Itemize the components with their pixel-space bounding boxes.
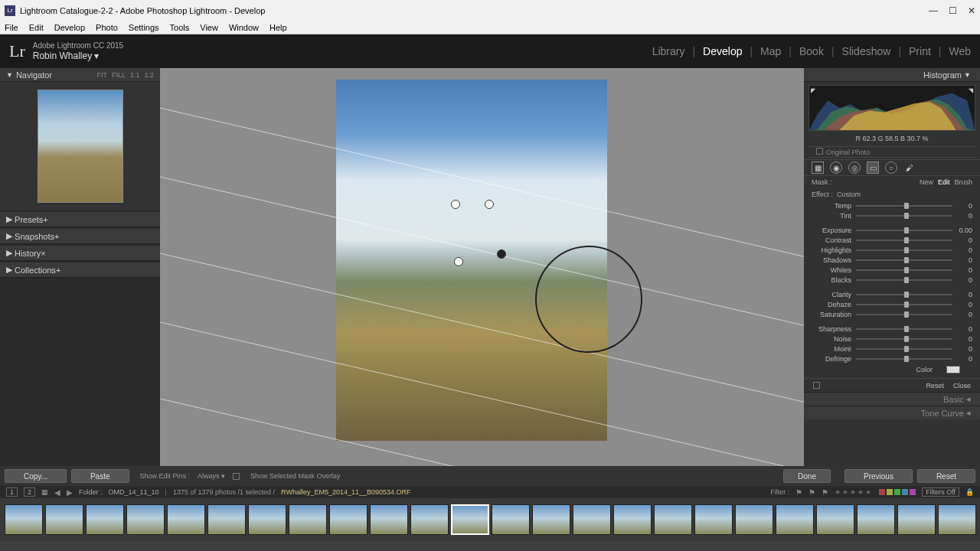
filmstrip-thumb[interactable] bbox=[694, 504, 733, 535]
menu-help[interactable]: Help bbox=[270, 23, 287, 32]
filmstrip-thumb[interactable] bbox=[289, 504, 327, 535]
slider-handle[interactable] bbox=[904, 292, 909, 298]
done-button[interactable]: Done bbox=[783, 469, 831, 483]
panel-presets[interactable]: ▶ Presets+ bbox=[0, 212, 160, 227]
folder-name[interactable]: OMD_14_11_10 bbox=[109, 488, 159, 496]
loupe-circle[interactable] bbox=[535, 246, 642, 353]
slider-track[interactable] bbox=[856, 230, 952, 231]
slider-handle[interactable] bbox=[904, 346, 909, 352]
filmstrip-thumb[interactable] bbox=[248, 504, 286, 535]
previous-button[interactable]: Previous bbox=[844, 469, 913, 483]
menu-tools[interactable]: Tools bbox=[170, 23, 190, 32]
slider-track[interactable] bbox=[856, 304, 952, 305]
menu-window[interactable]: Window bbox=[229, 23, 259, 32]
slider-track[interactable] bbox=[856, 328, 952, 330]
slider-track[interactable] bbox=[856, 249, 952, 251]
flag-filter-icon[interactable]: ⚑ bbox=[795, 488, 802, 497]
slider-contrast[interactable]: Contrast0 bbox=[804, 235, 980, 245]
slider-blacks[interactable]: Blacks0 bbox=[804, 275, 980, 285]
effect-preset-select[interactable]: Custom bbox=[837, 191, 861, 198]
slider-temp[interactable]: Temp0 bbox=[804, 201, 980, 210]
reset-button[interactable]: Reset bbox=[917, 469, 975, 483]
filmstrip-thumb[interactable] bbox=[816, 504, 854, 535]
rating-filter[interactable]: ★★★★★ bbox=[835, 488, 873, 496]
radial-tool-icon[interactable]: ○ bbox=[885, 161, 897, 174]
mask-close-button[interactable]: Close bbox=[953, 382, 971, 390]
slider-noise[interactable]: Noise0 bbox=[804, 334, 980, 344]
slider-value[interactable]: 0 bbox=[952, 246, 972, 254]
crop-tool-icon[interactable]: ▦ bbox=[812, 161, 824, 174]
gradient-handle[interactable] bbox=[454, 257, 463, 266]
slider-track[interactable] bbox=[856, 240, 952, 241]
slider-value[interactable]: 0 bbox=[952, 212, 972, 220]
slider-value[interactable]: 0 bbox=[952, 335, 972, 343]
slider-handle[interactable] bbox=[904, 356, 909, 362]
slider-value[interactable]: 0 bbox=[952, 355, 972, 363]
slider-handle[interactable] bbox=[904, 267, 909, 273]
slider-handle[interactable] bbox=[904, 336, 909, 342]
slider-handle[interactable] bbox=[904, 237, 909, 243]
main-window-icon[interactable]: 1 bbox=[6, 487, 18, 497]
filmstrip-thumb[interactable] bbox=[167, 504, 205, 535]
slider-track[interactable] bbox=[856, 279, 952, 281]
maximize-icon[interactable]: ☐ bbox=[949, 5, 957, 16]
mask-toggle-icon[interactable] bbox=[813, 382, 820, 389]
filmstrip[interactable] bbox=[0, 498, 980, 541]
module-develop[interactable]: Develop bbox=[703, 45, 742, 57]
flag-filter-icon[interactable]: ⚑ bbox=[822, 488, 828, 497]
slider-value[interactable]: 0 bbox=[952, 291, 972, 298]
slider-handle[interactable] bbox=[904, 203, 909, 209]
slider-track[interactable] bbox=[856, 348, 952, 350]
menu-view[interactable]: View bbox=[200, 23, 218, 32]
slider-value[interactable]: 0 bbox=[952, 311, 972, 318]
spot-tool-icon[interactable]: ◉ bbox=[830, 161, 842, 174]
center-canvas[interactable] bbox=[160, 68, 804, 466]
module-library[interactable]: Library bbox=[652, 45, 685, 57]
gradient-tool-icon[interactable]: ▭ bbox=[867, 161, 879, 174]
slider-handle[interactable] bbox=[904, 326, 909, 332]
slider-value[interactable]: 0 bbox=[952, 325, 972, 333]
menu-edit[interactable]: Edit bbox=[29, 23, 44, 32]
flag-filter-icon[interactable]: ⚑ bbox=[808, 488, 815, 497]
slider-value[interactable]: 0 bbox=[952, 236, 972, 244]
zoom-1to1[interactable]: 1:1 bbox=[130, 71, 140, 79]
copy-button[interactable]: Copy... bbox=[5, 469, 67, 483]
filmstrip-thumb[interactable] bbox=[573, 504, 611, 535]
gradient-handle[interactable] bbox=[451, 200, 460, 209]
slider-saturation[interactable]: Saturation0 bbox=[804, 309, 980, 319]
slider-value[interactable]: 0 bbox=[952, 345, 972, 353]
histogram-header[interactable]: Histogram ▼ bbox=[804, 68, 980, 82]
slider-clarity[interactable]: Clarity0 bbox=[804, 289, 980, 299]
slider-value[interactable]: 0.00 bbox=[952, 227, 972, 234]
slider-track[interactable] bbox=[856, 314, 952, 315]
navigator-body[interactable] bbox=[0, 82, 160, 210]
user-name[interactable]: Robin Whalley ▾ bbox=[33, 51, 123, 61]
gradient-handle[interactable] bbox=[485, 200, 494, 209]
clip-warning-right-icon[interactable]: ◥ bbox=[969, 87, 973, 94]
color-filter-icon[interactable] bbox=[879, 489, 916, 495]
slider-track[interactable] bbox=[856, 358, 952, 360]
filmstrip-thumb[interactable] bbox=[370, 504, 408, 535]
slider-highlights[interactable]: Highlights0 bbox=[804, 245, 980, 255]
navigator-thumbnail[interactable] bbox=[38, 90, 123, 203]
navigator-header[interactable]: ▼ Navigator FIT FILL 1:1 1:2 bbox=[0, 68, 160, 82]
show-pins-select[interactable]: Always ▾ bbox=[198, 472, 225, 480]
filmstrip-thumb[interactable] bbox=[857, 504, 895, 535]
slider-handle[interactable] bbox=[904, 311, 909, 318]
module-web[interactable]: Web bbox=[949, 45, 971, 57]
panel-snapshots[interactable]: ▶ Snapshots+ bbox=[0, 229, 160, 244]
basic-panel-header[interactable]: Basic ◂ bbox=[804, 392, 980, 406]
paste-button[interactable]: Paste bbox=[71, 469, 129, 483]
filmstrip-thumb[interactable] bbox=[776, 504, 814, 535]
slider-value[interactable]: 0 bbox=[952, 276, 972, 284]
module-book[interactable]: Book bbox=[799, 45, 824, 57]
filters-off-select[interactable]: Filters Off bbox=[922, 487, 959, 497]
slider-handle[interactable] bbox=[904, 213, 909, 219]
filter-lock-icon[interactable]: 🔒 bbox=[965, 488, 974, 496]
slider-value[interactable]: 0 bbox=[952, 256, 972, 264]
mask-new-button[interactable]: New bbox=[920, 178, 933, 186]
slider-value[interactable]: 0 bbox=[952, 202, 972, 210]
filmstrip-thumb[interactable] bbox=[451, 504, 489, 535]
slider-track[interactable] bbox=[856, 259, 952, 261]
overlay-checkbox[interactable] bbox=[233, 473, 240, 480]
